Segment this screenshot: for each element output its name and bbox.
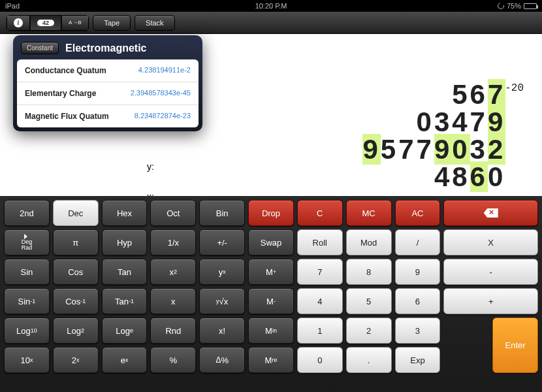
deg-rad-key[interactable]: DegRad [4, 229, 50, 255]
constant-row[interactable]: Magnetic Flux Quatum 8.234872874e-23 [17, 105, 199, 127]
six-key[interactable]: 6 [395, 288, 441, 314]
y-label: y: [147, 152, 154, 182]
min-key[interactable]: Min [248, 318, 294, 344]
sync-icon [496, 1, 505, 10]
constant-name: Magnetic Flux Quatum [25, 112, 109, 121]
hex-key[interactable]: Hex [102, 200, 148, 226]
constants-popover: Constant Electromagnetic Conductance Qua… [13, 35, 202, 131]
div-key[interactable]: / [395, 229, 441, 255]
cos-key[interactable]: Cos [53, 259, 99, 285]
stack-line-x: 4860 [362, 163, 516, 191]
acos-key[interactable]: Cos-1 [53, 288, 99, 314]
drop-key[interactable]: Drop [248, 200, 294, 226]
constant-row[interactable]: Elementary Charge 2.3948578343e-45 [17, 82, 199, 105]
constant-row[interactable]: Conductance Quatum 4.238194911e-2 [17, 59, 199, 82]
pi-key[interactable]: π [53, 229, 99, 255]
bin-key[interactable]: Bin [199, 200, 245, 226]
second-key[interactable]: 2nd [4, 200, 50, 226]
constants-list: Conductance Quatum 4.238194911e-2 Elemen… [17, 59, 199, 127]
oct-key[interactable]: Oct [150, 200, 196, 226]
eight-key[interactable]: 8 [346, 259, 392, 285]
atan-key[interactable]: Tan-1 [102, 288, 148, 314]
roll-key[interactable]: Roll [297, 229, 343, 255]
constant-value: 4.238194911e-2 [138, 66, 191, 75]
exp-key[interactable]: Exp [395, 347, 441, 373]
x-key[interactable]: x [150, 288, 196, 314]
yrootx-key[interactable]: y√x [199, 288, 245, 314]
five-key[interactable]: 5 [346, 288, 392, 314]
mul-key[interactable]: X [443, 229, 538, 255]
lcd-stack: 567 03479 95779032 4860 [362, 81, 516, 191]
device-label: iPad [5, 2, 20, 10]
mod-key[interactable]: Mod [346, 229, 392, 255]
convert-button[interactable]: A→B [61, 15, 89, 31]
mplus-key[interactable]: M+ [248, 259, 294, 285]
fact-key[interactable]: x! [199, 318, 245, 344]
tenx-key[interactable]: 10x [4, 347, 50, 373]
plus-key[interactable]: + [443, 288, 538, 314]
pct-key[interactable]: % [150, 347, 196, 373]
log10-key[interactable]: Log10 [4, 318, 50, 344]
hyp-key[interactable]: Hyp [102, 229, 148, 255]
constant-value: 8.234872874e-23 [135, 112, 191, 121]
stack-line-3: 567 [362, 81, 516, 108]
dot-key[interactable]: . [346, 347, 392, 373]
keypad: 2nd Dec Hex Oct Bin Drop C MC AC DegRad … [0, 196, 542, 392]
nine-key[interactable]: 9 [395, 259, 441, 285]
app-toolbar: i 42 A→B Tape Stack [0, 12, 542, 34]
stack-button[interactable]: Stack [135, 15, 175, 31]
constant-value: 2.3948578343e-45 [131, 89, 191, 98]
seven-key[interactable]: 7 [297, 259, 343, 285]
ypowx-key[interactable]: yx [199, 259, 245, 285]
four-key[interactable]: 4 [297, 288, 343, 314]
ln-key[interactable]: Loge [102, 318, 148, 344]
answer-icon: 42 [37, 20, 54, 26]
clear-key[interactable]: C [297, 200, 343, 226]
ios-status-bar: iPad 10:20 P.M 75% [0, 0, 542, 12]
twox-key[interactable]: 2x [53, 347, 99, 373]
xsq-key[interactable]: x2 [150, 259, 196, 285]
minus-key[interactable]: - [443, 259, 538, 285]
info-button[interactable]: i [7, 15, 30, 31]
rnd-key[interactable]: Rnd [150, 318, 196, 344]
stack-line-2: 03479 [362, 108, 516, 136]
constants-button[interactable]: 42 [30, 15, 61, 31]
tan-key[interactable]: Tan [102, 259, 148, 285]
ab-icon: A→B [69, 20, 82, 25]
constant-badge: Constant [21, 42, 59, 54]
mode-segment: i 42 A→B [7, 15, 89, 31]
dec-key[interactable]: Dec [53, 200, 99, 226]
tape-button[interactable]: Tape [93, 15, 131, 31]
battery-pct: 75% [507, 2, 521, 10]
backspace-icon [484, 208, 498, 218]
backspace-key[interactable] [443, 200, 538, 226]
constant-name: Conductance Quatum [25, 66, 106, 75]
swap-key[interactable]: Swap [248, 229, 294, 255]
mminus-key[interactable]: M- [248, 288, 294, 314]
constant-name: Elementary Charge [25, 89, 96, 98]
log2-key[interactable]: Log2 [53, 318, 99, 344]
allclear-key[interactable]: AC [395, 200, 441, 226]
mre-key[interactable]: Mre [248, 347, 294, 373]
zero-key[interactable]: 0 [297, 347, 343, 373]
enter-key[interactable]: Enter [492, 318, 538, 373]
neg-key[interactable]: +/- [199, 229, 245, 255]
stack-line-y: 95779032 [362, 136, 516, 163]
three-key[interactable]: 3 [395, 318, 441, 344]
delta-pct-key[interactable]: Δ % [199, 347, 245, 373]
sin-key[interactable]: Sin [4, 259, 50, 285]
two-key[interactable]: 2 [346, 318, 392, 344]
memclear-key[interactable]: MC [346, 200, 392, 226]
battery-icon [524, 3, 537, 9]
one-key[interactable]: 1 [297, 318, 343, 344]
asin-key[interactable]: Sin-1 [4, 288, 50, 314]
info-icon: i [14, 18, 23, 27]
clock: 10:20 P.M [255, 2, 287, 10]
ex-key[interactable]: ex [102, 347, 148, 373]
popover-title: Electromagnetic [65, 42, 146, 54]
recip-key[interactable]: 1/x [150, 229, 196, 255]
